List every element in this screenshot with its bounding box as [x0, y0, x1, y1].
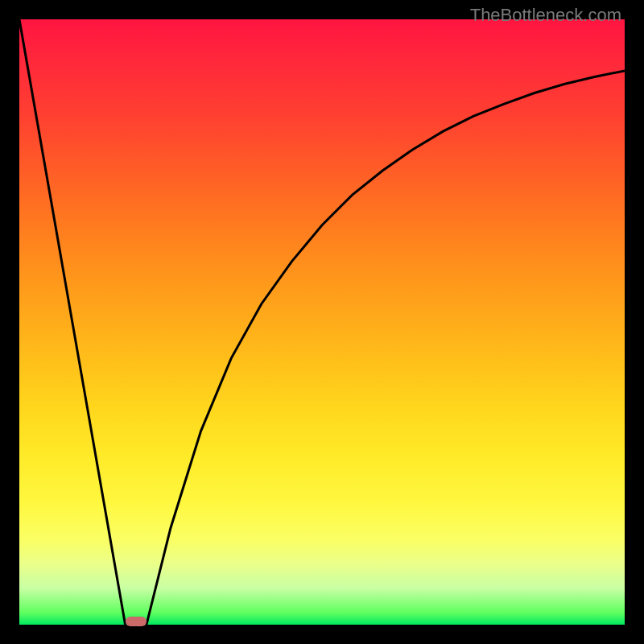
chart-container: TheBottleneck.com	[0, 0, 644, 644]
plot-area	[19, 19, 625, 625]
right-curve-line	[147, 71, 625, 625]
curve-svg	[19, 19, 625, 625]
bottom-marker	[126, 617, 147, 626]
left-slope-line	[19, 19, 126, 625]
watermark-text: TheBottleneck.com	[470, 5, 621, 26]
